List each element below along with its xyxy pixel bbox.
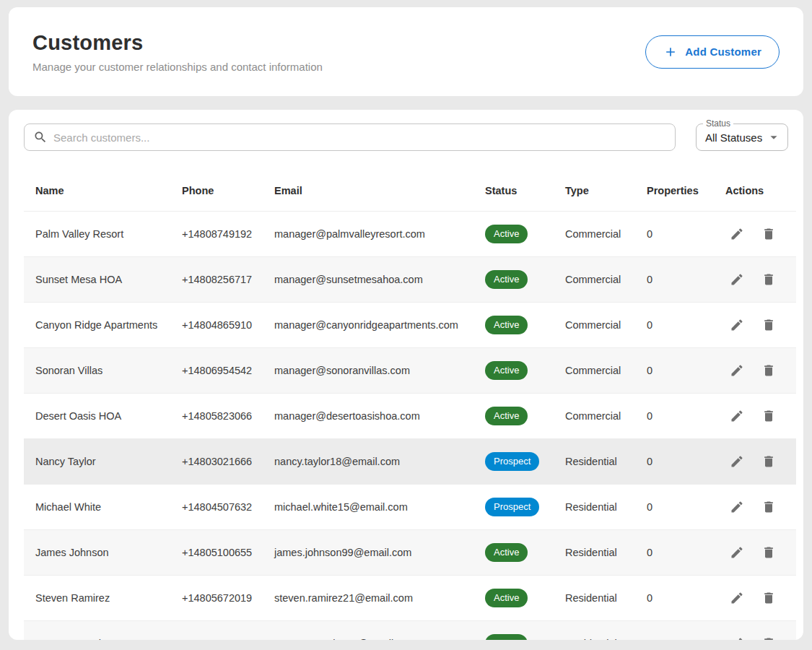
trash-icon bbox=[761, 227, 776, 241]
customer-properties: 0 bbox=[635, 256, 714, 302]
trash-icon bbox=[761, 591, 776, 605]
customer-type: Commercial bbox=[554, 393, 635, 438]
pencil-icon bbox=[730, 363, 744, 378]
customers-table: Name Phone Email Status Type Properties … bbox=[24, 170, 796, 640]
trash-icon bbox=[761, 409, 776, 423]
customer-phone: +14804507632 bbox=[170, 484, 263, 529]
customer-properties: 0 bbox=[635, 620, 714, 640]
customer-type: Residential bbox=[554, 529, 635, 575]
column-header-name: Name bbox=[24, 170, 170, 211]
customer-name: Sunset Mesa HOA bbox=[24, 256, 170, 302]
delete-button[interactable] bbox=[757, 495, 780, 519]
customer-name: Steven Ramirez bbox=[24, 575, 170, 620]
customer-type: Residential bbox=[554, 620, 635, 640]
customer-type: Commercial bbox=[554, 302, 635, 347]
trash-icon bbox=[761, 272, 776, 287]
trash-icon bbox=[761, 545, 776, 560]
status-filter-select[interactable]: Status All Statuses bbox=[696, 124, 788, 151]
customer-email: manager@canyonridgeapartments.com bbox=[263, 302, 473, 347]
search-box bbox=[24, 124, 676, 151]
delete-button[interactable] bbox=[757, 222, 780, 246]
pencil-icon bbox=[730, 227, 744, 241]
customer-email: michael.white15@email.com bbox=[263, 484, 473, 529]
column-header-properties: Properties bbox=[635, 170, 714, 211]
delete-button[interactable] bbox=[757, 586, 780, 610]
table-row: Desert Oasis HOA +14805823066 manager@de… bbox=[24, 393, 796, 438]
page-title: Customers bbox=[32, 31, 323, 55]
status-badge: Active bbox=[485, 270, 528, 289]
delete-button[interactable] bbox=[757, 359, 780, 382]
chevron-down-icon bbox=[766, 129, 782, 145]
table-row: Sonoran Villas +14806954542 manager@sono… bbox=[24, 347, 796, 393]
status-badge: Active bbox=[485, 316, 528, 334]
add-customer-button-label: Add Customer bbox=[685, 46, 761, 58]
pencil-icon bbox=[730, 454, 744, 469]
status-badge: Active bbox=[485, 543, 528, 562]
table-row: James Johnson +14805100655 james.johnson… bbox=[24, 529, 796, 575]
column-header-phone: Phone bbox=[170, 170, 263, 211]
customer-name: Palm Valley Resort bbox=[24, 211, 170, 256]
customer-name: Desert Oasis HOA bbox=[24, 393, 170, 438]
plus-icon bbox=[663, 45, 678, 59]
delete-button[interactable] bbox=[757, 313, 780, 337]
edit-button[interactable] bbox=[725, 404, 748, 428]
edit-button[interactable] bbox=[725, 450, 748, 473]
customer-properties: 0 bbox=[635, 393, 714, 438]
status-filter-value: All Statuses bbox=[705, 131, 766, 144]
status-badge: Active bbox=[485, 361, 528, 380]
table-header-row: Name Phone Email Status Type Properties … bbox=[24, 170, 796, 211]
status-badge: Prospect bbox=[485, 498, 539, 516]
pencil-icon bbox=[730, 636, 744, 641]
customer-type: Residential bbox=[554, 438, 635, 484]
delete-button[interactable] bbox=[757, 450, 780, 473]
customer-phone: +14808749192 bbox=[170, 211, 263, 256]
customer-phone: +14806954542 bbox=[170, 347, 263, 393]
add-customer-button[interactable]: Add Customer bbox=[645, 35, 780, 69]
customer-name: Sonoran Villas bbox=[24, 347, 170, 393]
customer-phone: +14803021666 bbox=[170, 438, 263, 484]
delete-button[interactable] bbox=[757, 404, 780, 428]
customer-name: Canyon Ridge Apartments bbox=[24, 302, 170, 347]
page-header: Customers Manage your customer relations… bbox=[9, 7, 803, 96]
customer-email: manager@sonoranvillas.com bbox=[263, 347, 473, 393]
status-badge: Active bbox=[485, 407, 528, 425]
customer-type: Commercial bbox=[554, 211, 635, 256]
edit-button[interactable] bbox=[725, 313, 748, 337]
page-header-text: Customers Manage your customer relations… bbox=[32, 31, 323, 73]
table-row: Michael White +14804507632 michael.white… bbox=[24, 484, 796, 529]
table-row: Nancy Gonzalez +14808825234 nancy.gonzal… bbox=[24, 620, 796, 640]
status-filter-label: Status bbox=[703, 118, 733, 129]
search-input[interactable] bbox=[53, 131, 666, 144]
status-badge: Active bbox=[485, 225, 528, 243]
edit-button[interactable] bbox=[725, 222, 748, 246]
customer-name: Michael White bbox=[24, 484, 170, 529]
column-header-actions: Actions bbox=[714, 170, 796, 211]
customer-phone: +14808256717 bbox=[170, 256, 263, 302]
customer-type: Commercial bbox=[554, 256, 635, 302]
delete-button[interactable] bbox=[757, 632, 780, 641]
edit-button[interactable] bbox=[725, 359, 748, 382]
edit-button[interactable] bbox=[725, 541, 748, 564]
customer-phone: +14808825234 bbox=[170, 620, 263, 640]
pencil-icon bbox=[730, 500, 744, 514]
customer-name: Nancy Gonzalez bbox=[24, 620, 170, 640]
trash-icon bbox=[761, 454, 776, 469]
edit-button[interactable] bbox=[725, 268, 748, 291]
edit-button[interactable] bbox=[725, 495, 748, 519]
customer-phone: +14804865910 bbox=[170, 302, 263, 347]
table-row: Steven Ramirez +14805672019 steven.ramir… bbox=[24, 575, 796, 620]
pencil-icon bbox=[730, 272, 744, 287]
customer-phone: +14805100655 bbox=[170, 529, 263, 575]
trash-icon bbox=[761, 500, 776, 514]
table-toolbar: Status All Statuses bbox=[24, 124, 788, 151]
delete-button[interactable] bbox=[757, 268, 780, 291]
edit-button[interactable] bbox=[725, 586, 748, 610]
trash-icon bbox=[761, 636, 776, 641]
edit-button[interactable] bbox=[725, 632, 748, 641]
customer-type: Residential bbox=[554, 484, 635, 529]
status-badge: Active bbox=[485, 634, 528, 641]
delete-button[interactable] bbox=[757, 541, 780, 564]
customer-properties: 0 bbox=[635, 211, 714, 256]
trash-icon bbox=[761, 363, 776, 378]
customer-phone: +14805672019 bbox=[170, 575, 263, 620]
